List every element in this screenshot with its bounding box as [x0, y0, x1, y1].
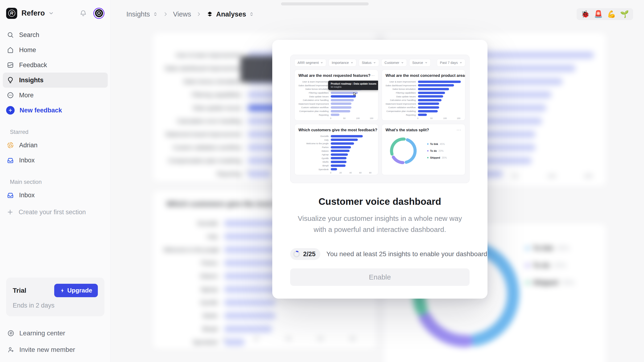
preview-chart-card-2: Which customers give the most feedback?P… [294, 124, 378, 175]
layers-icon [206, 10, 213, 18]
workspace-name: Refero [22, 9, 45, 18]
mini-bar-row: User & team improvement [386, 80, 462, 84]
create-section-label: Create your first section [18, 208, 86, 216]
insights-icon [6, 76, 14, 84]
sidebar-item-label: Home [19, 46, 36, 54]
mini-bar-row: Bimpli [298, 164, 374, 168]
chart-tooltip: Product roadmap : Data update issues93 i… [328, 80, 378, 90]
mini-bar-row: Filtering capabilities [386, 91, 462, 95]
mini-bar-row: Spendesk [298, 167, 374, 171]
dashboard-preview: ARR segmentImportanceStatusCustomerSourc… [290, 55, 470, 183]
plus-circle-icon [6, 106, 14, 114]
mini-bar-label: Skello [298, 160, 328, 163]
footer-item-invite-new-member[interactable]: Invite new member [7, 343, 104, 356]
filter-chip-label: Source [412, 61, 423, 64]
inbox-icon [6, 156, 14, 164]
reaction-emoji[interactable]: 🐞 [581, 10, 590, 18]
sidebar-item-label: Insights [19, 76, 44, 84]
mini-bar-row: Partoo [298, 146, 374, 149]
mini-bar-label: Reporting [386, 114, 416, 116]
sidebar-item-search[interactable]: Search [3, 27, 108, 42]
mini-bar-label: Didomi [298, 150, 328, 152]
sidebar-item-inbox[interactable]: Inbox [3, 153, 108, 168]
reaction-emoji[interactable]: 💪 [607, 10, 616, 18]
mini-bar-label: Calculation error handling [298, 99, 328, 101]
date-filter-chip[interactable]: Past 7 days [437, 59, 465, 66]
breadcrumb-item-insights[interactable]: Insights [126, 10, 158, 18]
create-first-section-button[interactable]: Create your first section [3, 204, 108, 220]
filter-chip-customer[interactable]: Customer [382, 59, 407, 66]
filter-chip-status[interactable]: Status [359, 59, 379, 66]
mini-bar-label: Compensation plan modeling [386, 110, 416, 112]
sidebar-item-more[interactable]: More [3, 88, 108, 103]
breadcrumb-label: Views [173, 10, 191, 18]
workspace-switcher[interactable]: R Refero R [0, 6, 110, 20]
mini-bar-row: Data update issues [386, 94, 462, 98]
feedback-icon [6, 61, 14, 69]
more-icon [6, 92, 14, 99]
mini-bar-label: Custom validation workflow [298, 106, 328, 109]
sidebar-item-feedback[interactable]: Feedback [3, 58, 108, 72]
mini-bar-label: Filtering capabilities [298, 92, 328, 94]
chart-menu-button[interactable]: ··· [370, 74, 375, 78]
legend-item: Shipped35% [427, 156, 447, 159]
mini-bar-label: Sales dashboard improvement [298, 84, 328, 87]
progress-ring-icon [293, 250, 300, 258]
breadcrumb-label: Analyses [216, 10, 246, 18]
footer-item-label: Invite new member [19, 346, 75, 354]
mini-bar-label: Reporting [298, 114, 328, 116]
footer-item-learning-center[interactable]: Learning center [7, 327, 104, 340]
breadcrumb-item-analyses[interactable]: Analyses [206, 10, 254, 18]
mini-bar-label: Sales bonus simulation [298, 88, 328, 90]
mini-bar-label: Sales bonus simulation [386, 88, 416, 90]
bolt-icon [60, 288, 65, 293]
mini-bar-row: Statement board improvement [298, 102, 374, 106]
mini-bar-label: Agicap [298, 153, 328, 156]
mini-bar-row: Filtering capabilities [298, 91, 374, 95]
mini-bar-label: Sales dashboard improvement [386, 84, 416, 87]
sidebar-item-home[interactable]: Home [3, 42, 108, 58]
updown-selector-icon [153, 12, 158, 17]
search-icon [6, 31, 14, 39]
trial-ends-note: Ends in 2 days [13, 302, 98, 309]
mini-bar-row: Calculation error handling [386, 98, 462, 102]
cursor-pointer-icon [353, 92, 357, 97]
mini-bar-label: Spendesk [298, 168, 328, 171]
filter-chip-source[interactable]: Source [409, 59, 431, 66]
mini-bar-row: Custom validation workflow [298, 106, 374, 109]
mini-bar-row: Sales dashboard improvement [386, 84, 462, 88]
mini-bar-row: Doctolib [298, 134, 374, 138]
insights-progress-row: 2/25 You need at least 25 insights to en… [290, 248, 470, 260]
mini-bar-label: Custom validation workflow [386, 106, 416, 109]
mini-bar-row: Compensation plan modeling [298, 109, 374, 113]
sidebar-item-adrian[interactable]: Adrian [3, 138, 108, 153]
reaction-emoji[interactable]: 🚨 [594, 10, 603, 18]
modal-description: Visualize your customer insights in a wh… [298, 213, 462, 235]
notifications-bell-icon[interactable] [79, 9, 87, 17]
upgrade-button[interactable]: Upgrade [54, 284, 98, 297]
chevron-down-icon [48, 10, 54, 16]
enable-button[interactable]: Enable [290, 268, 470, 286]
sidebar-item-inbox[interactable]: Inbox [3, 188, 108, 203]
reaction-emoji[interactable]: 🌱 [620, 10, 629, 18]
user-avatar[interactable]: R [93, 8, 104, 19]
mini-bar-label: User & team improvement [386, 80, 416, 83]
filter-chip-arr-segment[interactable]: ARR segment [294, 59, 326, 66]
breadcrumb-label: Insights [126, 10, 150, 18]
mini-x-axis: 050100150 [331, 117, 374, 121]
mini-bar-row: Agicap [298, 153, 374, 156]
new-feedback-button[interactable]: New feedback [3, 103, 108, 118]
breadcrumb-separator-icon [196, 11, 202, 17]
inbox-icon [6, 191, 14, 199]
breadcrumb-separator-icon [163, 11, 168, 17]
mini-bar-label: User & team improvement [298, 80, 328, 83]
emoji-reactions-tray[interactable]: 🐞🚨💪🌱 [576, 8, 633, 20]
mini-bar-row: Didomi [298, 149, 374, 153]
breadcrumb-item-views[interactable]: Views [173, 10, 191, 18]
mini-x-axis: 050100150 [418, 117, 462, 121]
filter-chip-label: Customer [384, 61, 399, 64]
mini-bar-label: Partoo [298, 146, 328, 148]
filter-chip-importance[interactable]: Importance [328, 59, 356, 66]
sidebar-item-insights[interactable]: Insights [3, 72, 108, 88]
chart-menu-button[interactable]: ··· [457, 128, 462, 132]
